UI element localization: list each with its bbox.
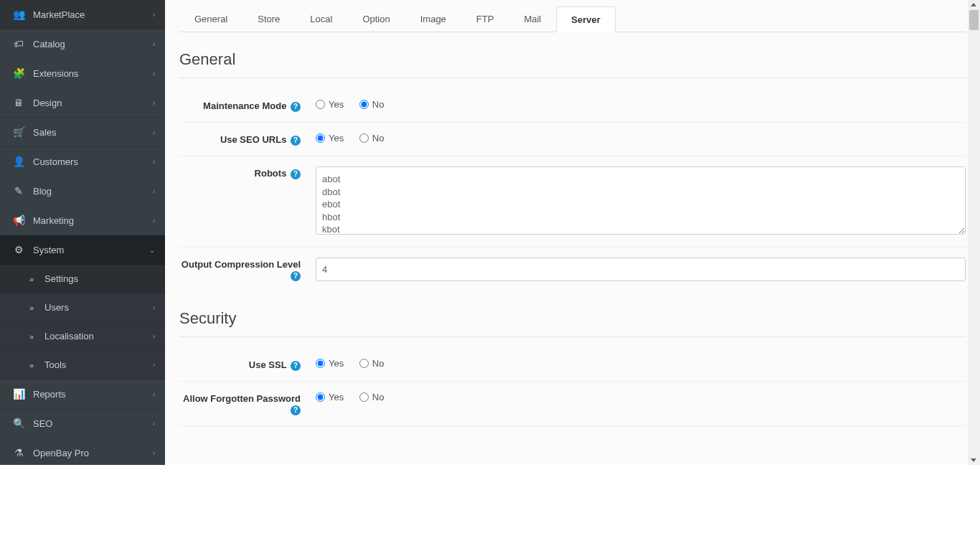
compression-input[interactable] <box>316 258 966 281</box>
radio-label: Yes <box>329 133 344 143</box>
radio-ssl-yes[interactable]: Yes <box>316 358 344 369</box>
search-icon: 🔍 <box>11 418 26 429</box>
help-icon[interactable]: ? <box>291 271 301 281</box>
radio-maintenance-yes[interactable]: Yes <box>316 99 344 110</box>
sidebar-item-label: System <box>33 245 64 255</box>
sidebar-item-system[interactable]: ⚙System⌄ <box>0 235 165 265</box>
content-panel: General Store Local Option Image FTP Mai… <box>165 0 980 465</box>
section-heading-general: General <box>179 50 966 78</box>
sidebar-item-marketing[interactable]: 📢Marketing› <box>0 206 165 235</box>
sidebar-item-label: Catalog <box>33 39 65 50</box>
radio-label: No <box>372 99 385 110</box>
double-chevron-icon: » <box>24 332 39 341</box>
sidebar-item-label: Customers <box>33 156 78 167</box>
sidebar-submenu-system: »Settings »Users› »Localisation› »Tools› <box>0 265 165 380</box>
tab-image[interactable]: Image <box>405 6 461 32</box>
help-icon[interactable]: ? <box>291 361 301 371</box>
sidebar-item-seo[interactable]: 🔍SEO› <box>0 409 165 438</box>
chevron-right-icon: › <box>153 217 155 225</box>
tag-icon: 🏷 <box>11 38 26 50</box>
cart-icon: 🛒 <box>11 126 26 138</box>
tab-option[interactable]: Option <box>347 6 405 32</box>
sidebar-item-openbay[interactable]: ⚗OpenBay Pro› <box>0 438 165 465</box>
edit-icon: ✎ <box>11 185 26 197</box>
radio-maintenance-no[interactable]: No <box>359 99 385 110</box>
chevron-right-icon: › <box>153 361 155 369</box>
chevron-right-icon: › <box>153 303 155 311</box>
row-seo-urls: Use SEO URLs ? Yes No <box>179 123 966 156</box>
sidebar-item-customers[interactable]: 👤Customers› <box>0 147 165 176</box>
sidebar-item-label: Extensions <box>33 68 79 79</box>
sidebar-item-label: Users <box>44 302 69 313</box>
chevron-right-icon: › <box>153 11 155 19</box>
label-ssl: Use SSL ? <box>179 358 305 371</box>
help-icon[interactable]: ? <box>291 136 301 146</box>
tab-ftp[interactable]: FTP <box>461 6 509 32</box>
radio-seo-yes[interactable]: Yes <box>316 133 344 143</box>
sidebar-item-blog[interactable]: ✎Blog› <box>0 176 165 206</box>
sidebar-item-catalog[interactable]: 🏷Catalog› <box>0 29 165 59</box>
label-compression: Output Compression Level ? <box>179 258 305 281</box>
radio-seo-no[interactable]: No <box>359 133 385 143</box>
scrollbar-vertical[interactable] <box>968 0 980 465</box>
sidebar-item-label: Blog <box>33 186 52 197</box>
radio-label: Yes <box>329 358 344 369</box>
chevron-right-icon: › <box>153 99 155 107</box>
chevron-right-icon: › <box>153 158 155 166</box>
sidebar-item-label: Sales <box>33 127 57 138</box>
tab-general[interactable]: General <box>179 6 242 32</box>
help-icon[interactable]: ? <box>291 405 301 415</box>
chevron-down-icon: ⌄ <box>149 246 155 254</box>
tab-bar: General Store Local Option Image FTP Mai… <box>179 6 966 32</box>
sidebar-item-marketplace[interactable]: 👥MarketPlace› <box>0 0 165 29</box>
tab-store[interactable]: Store <box>242 6 295 32</box>
sidebar-item-reports[interactable]: 📊Reports› <box>0 380 165 409</box>
label-robots: Robots ? <box>179 166 305 237</box>
scrollbar-thumb[interactable] <box>969 10 979 30</box>
chevron-right-icon: › <box>153 70 155 77</box>
double-chevron-icon: » <box>24 303 39 312</box>
sidebar-sub-tools[interactable]: »Tools› <box>0 351 165 380</box>
cog-icon: ⚗ <box>11 447 26 458</box>
chevron-right-icon: › <box>153 40 155 48</box>
sidebar-sub-settings[interactable]: »Settings <box>0 265 165 293</box>
section-heading-security: Security <box>179 309 966 337</box>
sidebar-item-label: Design <box>33 98 62 108</box>
row-compression: Output Compression Level ? <box>179 248 966 291</box>
radio-label: No <box>372 133 385 143</box>
robots-textarea[interactable] <box>316 166 966 235</box>
radio-forgot-no[interactable]: No <box>359 392 385 402</box>
sidebar-item-label: Localisation <box>44 331 94 342</box>
row-robots: Robots ? <box>179 156 966 248</box>
tab-server[interactable]: Server <box>556 6 615 32</box>
radio-forgot-yes[interactable]: Yes <box>316 392 344 402</box>
radio-label: No <box>372 392 385 402</box>
sidebar-sub-users[interactable]: »Users› <box>0 293 165 322</box>
radio-ssl-no[interactable]: No <box>359 358 385 369</box>
sidebar-item-label: OpenBay Pro <box>33 448 89 458</box>
sidebar-item-label: SEO <box>33 418 52 429</box>
users-icon: 👥 <box>11 9 26 20</box>
chevron-right-icon: › <box>153 420 155 428</box>
chevron-right-icon: › <box>153 128 155 136</box>
user-icon: 👤 <box>11 156 26 167</box>
radio-label: Yes <box>329 392 344 402</box>
double-chevron-icon: » <box>24 361 39 369</box>
sidebar-sub-localisation[interactable]: »Localisation› <box>0 322 165 351</box>
row-ssl: Use SSL ? Yes No <box>179 348 966 382</box>
row-forgot-password: Allow Forgotten Password ? Yes No <box>179 382 966 426</box>
sidebar-item-label: Reports <box>33 389 66 400</box>
tab-local[interactable]: Local <box>295 6 347 32</box>
row-maintenance-mode: Maintenance Mode ? Yes No <box>179 89 966 123</box>
radio-label: Yes <box>329 99 344 110</box>
tab-mail[interactable]: Mail <box>509 6 556 32</box>
help-icon[interactable]: ? <box>291 102 301 112</box>
sidebar-item-label: Settings <box>44 273 78 284</box>
gear-icon: ⚙ <box>11 244 26 255</box>
sidebar-item-extensions[interactable]: 🧩Extensions› <box>0 59 165 88</box>
help-icon[interactable]: ? <box>291 169 301 179</box>
sidebar-item-sales[interactable]: 🛒Sales› <box>0 118 165 147</box>
sidebar-item-design[interactable]: 🖥Design› <box>0 88 165 118</box>
label-maintenance-mode: Maintenance Mode ? <box>179 99 305 112</box>
sidebar-item-label: MarketPlace <box>33 9 85 20</box>
